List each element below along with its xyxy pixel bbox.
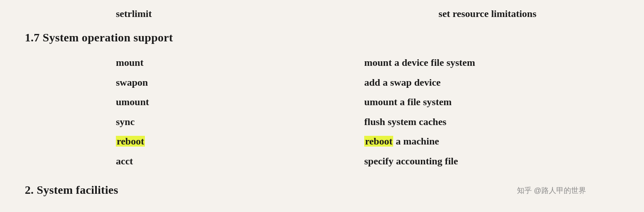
top-right-description: set resource limitations <box>439 8 536 19</box>
command-item: reboot <box>116 132 315 151</box>
highlighted-command: reboot <box>116 136 145 147</box>
page-wrapper: setrlimit set resource limitations 1.7 S… <box>25 8 619 212</box>
watermark: 知乎 @路人甲的世界 <box>517 186 586 195</box>
descriptions-column: mount a device file systemadd a swap dev… <box>315 53 619 171</box>
highlighted-word: reboot <box>364 136 393 147</box>
command-item: swapon <box>116 73 315 92</box>
description-item: mount a device file system <box>364 53 619 72</box>
command-item: sync <box>116 113 315 132</box>
commands-column: mountswaponumountsyncrebootacct <box>25 53 315 171</box>
top-left-command: setrlimit <box>116 8 152 19</box>
command-item: mount <box>116 53 315 72</box>
description-item: specify accounting file <box>364 152 619 171</box>
description-item: add a swap device <box>364 73 619 92</box>
description-item: flush system caches <box>364 113 619 132</box>
top-row: setrlimit set resource limitations <box>25 8 619 19</box>
content-area: mountswaponumountsyncrebootacct mount a … <box>25 53 619 171</box>
description-item: umount a file system <box>364 93 619 112</box>
section-heading: 1.7 System operation support <box>25 31 619 44</box>
description-item: reboot a machine <box>364 132 619 151</box>
command-item: acct <box>116 152 315 171</box>
command-item: umount <box>116 93 315 112</box>
